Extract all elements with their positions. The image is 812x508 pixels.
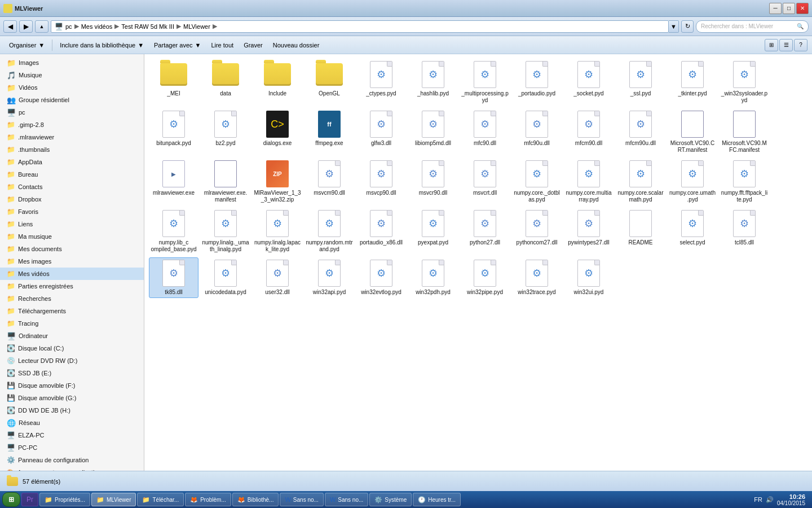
sidebar-item-mlrawviewer[interactable]: 📁 .mlrawviewer bbox=[0, 131, 144, 143]
sidebar-item-liens[interactable]: 📁 Liens bbox=[0, 218, 144, 230]
sidebar-item-images[interactable]: 📁 Images bbox=[0, 56, 144, 69]
view-details-button[interactable]: ☰ bbox=[779, 39, 793, 51]
start-button[interactable]: ⊞ bbox=[2, 492, 20, 507]
sidebar-item-ordinateur[interactable]: 🖥️ Ordinateur bbox=[0, 330, 144, 342]
taskbar-word2[interactable]: W Sans no... bbox=[325, 493, 368, 506]
file-item-40[interactable]: ⚙ portaudio_x86.dll bbox=[356, 208, 406, 255]
close-button[interactable]: ✕ bbox=[796, 3, 809, 14]
sidebar-item-diska-f[interactable]: 💾 Disque amovible (F:) bbox=[0, 379, 144, 392]
sidebar-item-elza[interactable]: 🖥️ ELZA-PC bbox=[0, 429, 144, 441]
sidebar-item-pcpc[interactable]: 🖥️ PC-PC bbox=[0, 441, 144, 454]
sidebar-item-thumbnails[interactable]: 📁 .thumbnails bbox=[0, 143, 144, 156]
file-item-37[interactable]: ⚙ numpy.linalg._umath_linalg.pyd bbox=[201, 208, 250, 255]
file-item-53[interactable]: ⚙ win32pdh.pyd bbox=[408, 257, 458, 298]
sidebar-item-panneau[interactable]: ⚙️ Panneau de configuration bbox=[0, 454, 144, 466]
up-button[interactable]: ▲ bbox=[35, 20, 48, 33]
file-item-8[interactable]: ⚙ _socket.pyd bbox=[564, 59, 614, 106]
file-item-5[interactable]: ⚙ _hashlib.pyd bbox=[408, 59, 458, 106]
file-item-48[interactable]: ⚙ tk85.dll bbox=[149, 257, 198, 298]
taskbar-mlviewer[interactable]: 📁 MLViewer bbox=[91, 493, 136, 506]
file-item-39[interactable]: ⚙ numpy.random.mtrand.pyd bbox=[304, 208, 354, 255]
sidebar-item-reseau[interactable]: 🌐 Réseau bbox=[0, 417, 144, 429]
file-item-34[interactable]: ⚙ numpy.core.umath.pyd bbox=[668, 158, 717, 205]
sidebar-item-mesdocs[interactable]: 📁 Mes documents bbox=[0, 243, 144, 255]
file-item-23[interactable]: Microsoft.VC90.MFC.manifest bbox=[720, 108, 769, 156]
sidebar-item-tracing[interactable]: 📁 Tracing bbox=[0, 317, 144, 330]
file-item-3[interactable]: OpenGL bbox=[304, 59, 354, 106]
sidebar-item-diskh[interactable]: 💽 DD WD DE JB (H:) bbox=[0, 404, 144, 417]
file-item-22[interactable]: Microsoft.VC90.CRT.manifest bbox=[668, 108, 717, 156]
file-item-14[interactable]: C> dialogs.exe bbox=[253, 108, 302, 156]
maximize-button[interactable]: □ bbox=[783, 3, 795, 14]
file-item-28[interactable]: ⚙ msvcp90.dll bbox=[356, 158, 406, 205]
file-item-35[interactable]: ⚙ numpy.fft.fftpack_lite.pyd bbox=[720, 158, 769, 205]
taskbar-heures[interactable]: 🕐 Heures tr... bbox=[413, 493, 461, 506]
file-item-56[interactable]: ⚙ win32ui.pyd bbox=[564, 257, 614, 298]
sidebar-item-favoris[interactable]: 📁 Favoris bbox=[0, 205, 144, 218]
file-item-16[interactable]: ⚙ glfw3.dll bbox=[356, 108, 406, 156]
forward-button[interactable]: ▶ bbox=[19, 20, 33, 33]
sidebar-item-apparence[interactable]: 🎨 Apparence et personnalisation bbox=[0, 466, 144, 471]
sidebar-item-musique[interactable]: 🎵 Musique bbox=[0, 69, 144, 81]
file-item-33[interactable]: ⚙ numpy.core.scalarmath.pyd bbox=[616, 158, 665, 205]
file-item-4[interactable]: ⚙ _ctypes.pyd bbox=[356, 59, 406, 106]
file-item-1[interactable]: data bbox=[201, 59, 250, 106]
file-item-17[interactable]: ⚙ libiomp5md.dll bbox=[408, 108, 458, 156]
file-item-42[interactable]: ⚙ python27.dll bbox=[460, 208, 510, 255]
lire-tout-button[interactable]: Lire tout bbox=[206, 38, 238, 52]
search-box[interactable]: Rechercher dans : MLViewer 🔍 bbox=[696, 20, 809, 33]
file-item-20[interactable]: ⚙ mfcm90.dll bbox=[564, 108, 614, 156]
sidebar-item-mesimages[interactable]: 📁 Mes images bbox=[0, 255, 144, 268]
file-item-29[interactable]: ⚙ msvcr90.dll bbox=[408, 158, 458, 205]
address-dropdown[interactable]: ▼ bbox=[669, 20, 679, 33]
file-item-45[interactable]: README bbox=[616, 208, 665, 255]
sidebar-item-dvd[interactable]: 💿 Lecteur DVD RW (D:) bbox=[0, 354, 144, 367]
taskbar-telechargements[interactable]: 📁 Téléchar... bbox=[137, 493, 184, 506]
taskbar-firefox1[interactable]: 🦊 Problèm... bbox=[185, 493, 231, 506]
sidebar-item-contacts[interactable]: 📁 Contacts bbox=[0, 181, 144, 193]
file-item-51[interactable]: ⚙ win32api.pyd bbox=[304, 257, 354, 298]
file-item-25[interactable]: mlrawviewer.exe.manifest bbox=[201, 158, 250, 205]
taskbar-properties[interactable]: 📁 Propriétés... bbox=[39, 493, 90, 506]
file-item-15[interactable]: ff ffmpeg.exe bbox=[304, 108, 354, 156]
file-item-46[interactable]: ⚙ select.pyd bbox=[668, 208, 717, 255]
sidebar-item-bureau[interactable]: 📁 Bureau bbox=[0, 168, 144, 181]
file-item-9[interactable]: ⚙ _ssl.pyd bbox=[616, 59, 665, 106]
file-item-31[interactable]: ⚙ numpy.core._dotblas.pyd bbox=[512, 158, 562, 205]
file-item-24[interactable]: ▶ mlrawviewer.exe bbox=[149, 158, 198, 205]
refresh-button[interactable]: ↻ bbox=[681, 20, 694, 33]
sidebar-item-gimp[interactable]: 📁 .gimp-2.8 bbox=[0, 119, 144, 131]
taskbar-systeme[interactable]: ⚙️ Système bbox=[369, 493, 412, 506]
sidebar-item-mamusique[interactable]: 📁 Ma musique bbox=[0, 230, 144, 243]
file-item-41[interactable]: ⚙ pyexpat.pyd bbox=[408, 208, 458, 255]
file-item-11[interactable]: ⚙ _win32sysloader.pyd bbox=[720, 59, 769, 106]
file-item-12[interactable]: ⚙ bitunpack.pyd bbox=[149, 108, 198, 156]
file-item-43[interactable]: ⚙ pythoncom27.dll bbox=[512, 208, 562, 255]
file-item-2[interactable]: Include bbox=[253, 59, 302, 106]
file-item-55[interactable]: ⚙ win32trace.pyd bbox=[512, 257, 562, 298]
file-item-36[interactable]: ⚙ numpy.lib_c ompiled_base.pyd bbox=[149, 208, 198, 255]
sidebar-item-diskc[interactable]: 💽 Disque local (C:) bbox=[0, 342, 144, 354]
sidebar-item-parties[interactable]: 📁 Parties enregistrées bbox=[0, 280, 144, 292]
help-button[interactable]: ? bbox=[794, 39, 807, 51]
file-item-13[interactable]: ⚙ bz2.pyd bbox=[201, 108, 250, 156]
file-item-18[interactable]: ⚙ mfc90.dll bbox=[460, 108, 510, 156]
sidebar-item-pc[interactable]: 🖥️ pc bbox=[0, 106, 144, 119]
taskbar-premiere[interactable]: Pr bbox=[21, 493, 38, 506]
share-button[interactable]: Partager avec ▼ bbox=[149, 38, 205, 52]
file-item-47[interactable]: ⚙ tcl85.dll bbox=[720, 208, 769, 255]
file-item-44[interactable]: ⚙ pywintypes27.dll bbox=[564, 208, 614, 255]
minimize-button[interactable]: ─ bbox=[769, 3, 782, 14]
taskbar-word1[interactable]: W Sans no... bbox=[280, 493, 323, 506]
sidebar-item-groupe[interactable]: 👥 Groupe résidentiel bbox=[0, 94, 144, 106]
file-item-49[interactable]: ⚙ unicodedata.pyd bbox=[201, 257, 250, 298]
file-item-38[interactable]: ⚙ numpy.linalg.lapack_lite.pyd bbox=[253, 208, 302, 255]
taskbar-firefox2[interactable]: 🦊 Bibliothè... bbox=[232, 493, 279, 506]
file-item-0[interactable]: _MEI bbox=[149, 59, 198, 106]
file-item-52[interactable]: ⚙ win32evtlog.pyd bbox=[356, 257, 406, 298]
file-item-21[interactable]: ⚙ mfcm90u.dll bbox=[616, 108, 665, 156]
sidebar-item-diskg[interactable]: 💾 Disque amovible (G:) bbox=[0, 392, 144, 404]
sidebar-item-recherches[interactable]: 📁 Recherches bbox=[0, 292, 144, 305]
sidebar-item-videos[interactable]: 📁 Vidéos bbox=[0, 81, 144, 94]
sidebar-item-dropbox[interactable]: 📁 Dropbox bbox=[0, 193, 144, 205]
